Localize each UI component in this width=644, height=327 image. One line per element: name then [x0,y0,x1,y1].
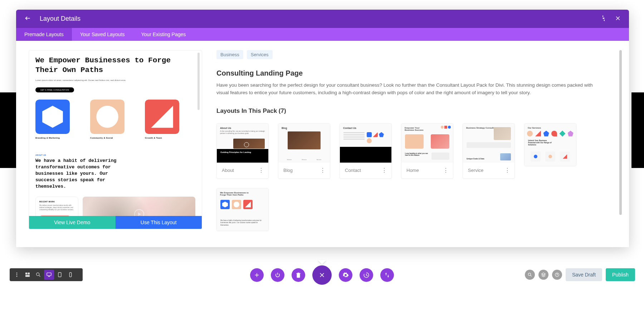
thumb-heading: Our Services [528,127,573,129]
layout-details: Business Services Consulting Landing Pag… [216,50,616,238]
layout-library-modal: Layout Details Premade Layouts Your Save… [16,10,629,247]
thumb-sub: Guiding Principles for Lasting [220,151,265,153]
svg-point-3 [96,106,118,128]
close-builder-button[interactable] [312,265,332,285]
portability-icon[interactable] [600,15,607,23]
publish-button[interactable]: Publish [606,268,635,281]
svg-rect-22 [28,273,30,274]
use-layout-button[interactable]: Use This Layout [116,216,202,229]
view-demo-button[interactable]: View Live Demo [29,216,116,229]
pack-label: Home [406,168,419,173]
pack-label: Contact [345,168,361,173]
feature-label: Branding & Marketing [35,137,86,139]
save-draft-button[interactable]: Save Draft [566,268,602,281]
card-menu-icon[interactable]: ⋮ [320,168,326,173]
tablet-view-icon[interactable] [55,270,65,280]
svg-point-18 [16,273,18,274]
add-button[interactable] [250,268,264,282]
menu-icon[interactable] [12,270,22,280]
modal-tabs: Premade Layouts Your Saved Layouts Your … [16,28,629,41]
close-icon[interactable] [615,15,621,23]
builder-right-toolbar: Save Draft Publish [525,268,635,281]
delete-button[interactable] [292,268,305,282]
tag-services[interactable]: Services [247,50,273,59]
portability-button[interactable] [380,268,394,282]
thumb-sub: Unlock Your Business Potential with Our … [528,139,555,146]
pack-card-about[interactable]: About UsAt the consulting firm, we are c… [216,123,269,179]
svg-point-15 [234,202,239,207]
builder-center-toolbar [250,265,394,285]
layers-icon[interactable] [538,270,548,280]
recent-photo [83,197,195,216]
pack-heading: Layouts In This Pack (7) [216,107,606,115]
pack-card-landing[interactable]: We Empower Businesses toForge Their Own … [216,188,269,231]
thumb-sub: Unique Goals & Data [467,158,484,160]
pack-label: About [222,168,234,173]
search-icon[interactable] [525,270,535,280]
zoom-icon[interactable] [33,270,43,280]
preview-cta: GET A FREE CONSULTATION [35,87,74,92]
feature-label: Community & Social [90,137,141,139]
svg-rect-23 [25,275,30,277]
card-menu-icon[interactable]: ⋮ [443,168,449,173]
svg-point-7 [534,155,537,158]
svg-rect-21 [25,273,27,274]
modal-body: We Empower Businesses to Forge Their Own… [16,41,629,247]
phone-view-icon[interactable] [65,270,75,280]
pack-card-service[interactable]: Business Strategy Consulting Unique Goal… [463,123,515,179]
card-menu-icon[interactable]: ⋮ [381,168,387,173]
power-button[interactable] [271,268,284,282]
modal-arrow-tip [318,260,326,264]
thumb-heading-2: Forge Their Own Paths [220,194,244,196]
svg-rect-27 [69,273,71,277]
modal-header: Layout Details [16,10,629,28]
tab-existing[interactable]: Your Existing Pages [133,28,194,41]
back-icon[interactable] [24,15,31,23]
feature-shape-circle [90,100,125,134]
tag-business[interactable]: Business [216,50,243,59]
preview-headline: We Empower Businesses to Forge Their Own… [35,56,195,75]
recent-title: RECENT WORK [39,201,74,203]
preview-scrollbar[interactable] [197,53,200,110]
svg-point-24 [36,273,39,276]
pack-card-blog[interactable]: Blog ServiceServiceService Blog⋮ [278,123,330,179]
settings-button[interactable] [339,268,352,282]
canvas-dark-right [631,92,644,168]
svg-point-9 [548,155,552,158]
help-icon[interactable] [552,270,562,280]
card-menu-icon[interactable]: ⋮ [504,168,510,173]
layout-description: Have you been searching for the perfect … [216,82,606,97]
pack-label: Blog [283,168,293,173]
builder-left-toolbar [10,268,83,281]
modal-title: Layout Details [40,15,80,23]
layout-preview: We Empower Businesses to Forge Their Own… [29,50,202,229]
thumb-heading: Contact Us [343,127,388,129]
preview-features: Branding & Marketing Community & Social [35,100,195,139]
pack-label: Service [468,168,483,173]
recent-text: We deliver proven transformative results… [39,205,74,211]
card-menu-icon[interactable]: ⋮ [258,168,264,173]
history-button[interactable] [360,268,373,282]
recent-card: RECENT WORK We deliver proven transforma… [35,197,78,216]
about-eyebrow: ABOUT US [35,154,195,156]
about-heading: We have a habit of delivering transforma… [35,158,121,190]
pack-card-contact[interactable]: Contact Us Contact⋮ [340,123,392,179]
tab-premade[interactable]: Premade Layouts [16,28,72,41]
feature-label: Growth & Team [145,137,195,139]
preview-lorem: Lorem ipsum dolor sit amet, consectetur … [35,79,195,82]
svg-rect-26 [58,273,61,277]
wireframe-icon[interactable] [23,270,33,280]
desktop-view-icon[interactable] [44,270,54,280]
feature-shape-triangle [145,100,179,134]
play-icon [134,209,144,216]
thumb-heading: Blog [282,127,327,129]
modal-scrollbar[interactable] [619,50,622,215]
pack-card-home[interactable]: Empower YourBusiness Success Long headin… [401,123,453,179]
svg-point-28 [528,273,531,275]
pack-grid: About UsAt the consulting firm, we are c… [216,123,606,231]
pack-card-services[interactable]: Our Services Unlock Your Business Potent… [524,123,576,166]
thumb-heading: About Us [220,127,265,129]
tab-saved[interactable]: Your Saved Layouts [72,28,133,41]
thumb-long: Long heading is what you see here in thi… [405,153,429,160]
recent-cta: VIEW CASE STUDIES [39,216,70,216]
